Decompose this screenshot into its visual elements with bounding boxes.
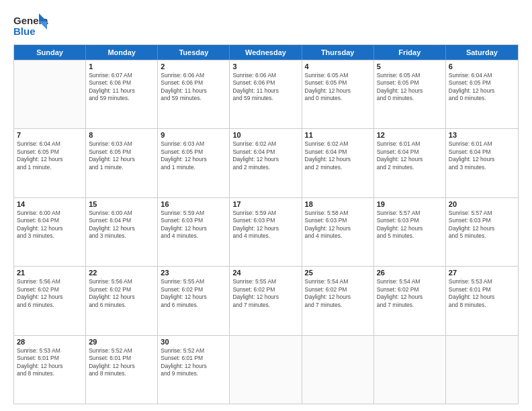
- day-number: 25: [305, 269, 371, 277]
- day-cell-14: 14Sunrise: 6:00 AMSunset: 6:04 PMDayligh…: [14, 198, 86, 266]
- day-number: 13: [449, 131, 515, 139]
- day-info: Sunrise: 5:53 AMSunset: 6:01 PMDaylight:…: [17, 347, 83, 378]
- day-cell-22: 22Sunrise: 5:56 AMSunset: 6:02 PMDayligh…: [86, 267, 158, 334]
- day-info: Sunrise: 6:00 AMSunset: 6:04 PMDaylight:…: [89, 210, 154, 240]
- week-row-0: 1Sunrise: 6:07 AMSunset: 6:06 PMDaylight…: [14, 60, 518, 128]
- empty-cell-4-5: [374, 336, 446, 404]
- calendar-body: 1Sunrise: 6:07 AMSunset: 6:06 PMDaylight…: [14, 60, 518, 404]
- day-info: Sunrise: 5:56 AMSunset: 6:02 PMDaylight:…: [17, 278, 83, 309]
- day-number: 10: [232, 131, 298, 139]
- day-cell-3: 3Sunrise: 6:06 AMSunset: 6:06 PMDaylight…: [230, 60, 302, 128]
- day-cell-15: 15Sunrise: 6:00 AMSunset: 6:04 PMDayligh…: [86, 198, 158, 266]
- day-number: 27: [449, 269, 515, 277]
- day-cell-21: 21Sunrise: 5:56 AMSunset: 6:02 PMDayligh…: [14, 267, 86, 334]
- day-info: Sunrise: 5:55 AMSunset: 6:02 PMDaylight:…: [232, 278, 298, 309]
- week-row-3: 21Sunrise: 5:56 AMSunset: 6:02 PMDayligh…: [14, 266, 518, 334]
- day-cell-4: 4Sunrise: 6:05 AMSunset: 6:05 PMDaylight…: [302, 60, 374, 128]
- day-info: Sunrise: 5:53 AMSunset: 6:01 PMDaylight:…: [449, 278, 515, 309]
- logo: GeneralBlue: [13, 12, 48, 39]
- week-row-4: 28Sunrise: 5:53 AMSunset: 6:01 PMDayligh…: [14, 335, 518, 404]
- day-info: Sunrise: 6:06 AMSunset: 6:06 PMDaylight:…: [161, 72, 226, 103]
- day-cell-11: 11Sunrise: 6:02 AMSunset: 6:04 PMDayligh…: [302, 129, 374, 197]
- day-cell-13: 13Sunrise: 6:01 AMSunset: 6:04 PMDayligh…: [446, 129, 518, 197]
- header-day-monday: Monday: [86, 45, 158, 60]
- day-cell-8: 8Sunrise: 6:03 AMSunset: 6:05 PMDaylight…: [86, 129, 158, 197]
- day-number: 8: [89, 131, 154, 139]
- calendar: SundayMondayTuesdayWednesdayThursdayFrid…: [13, 44, 519, 404]
- day-info: Sunrise: 6:06 AMSunset: 6:06 PMDaylight:…: [232, 72, 298, 103]
- svg-text:Blue: Blue: [13, 26, 36, 37]
- day-number: 30: [161, 338, 226, 346]
- day-cell-30: 30Sunrise: 5:52 AMSunset: 6:01 PMDayligh…: [158, 336, 230, 404]
- day-number: 22: [89, 269, 154, 277]
- logo-svg: GeneralBlue: [13, 12, 48, 39]
- header-day-wednesday: Wednesday: [230, 45, 302, 60]
- day-cell-20: 20Sunrise: 5:57 AMSunset: 6:03 PMDayligh…: [446, 198, 518, 266]
- day-info: Sunrise: 5:56 AMSunset: 6:02 PMDaylight:…: [89, 278, 154, 309]
- day-info: Sunrise: 5:55 AMSunset: 6:02 PMDaylight:…: [161, 278, 226, 309]
- day-info: Sunrise: 5:59 AMSunset: 6:03 PMDaylight:…: [161, 210, 226, 240]
- day-number: 17: [232, 200, 298, 208]
- day-number: 20: [449, 200, 515, 208]
- day-cell-19: 19Sunrise: 5:57 AMSunset: 6:03 PMDayligh…: [374, 198, 446, 266]
- day-info: Sunrise: 6:04 AMSunset: 6:05 PMDaylight:…: [17, 140, 83, 171]
- day-info: Sunrise: 6:07 AMSunset: 6:06 PMDaylight:…: [89, 72, 154, 103]
- day-cell-6: 6Sunrise: 6:04 AMSunset: 6:05 PMDaylight…: [446, 60, 518, 128]
- day-number: 12: [377, 131, 443, 139]
- day-number: 4: [305, 62, 371, 71]
- empty-cell-4-3: [230, 336, 302, 404]
- day-number: 11: [305, 131, 371, 139]
- header-day-sunday: Sunday: [14, 45, 86, 60]
- day-info: Sunrise: 5:57 AMSunset: 6:03 PMDaylight:…: [449, 210, 515, 240]
- day-number: 5: [377, 62, 443, 71]
- day-cell-27: 27Sunrise: 5:53 AMSunset: 6:01 PMDayligh…: [446, 267, 518, 334]
- day-number: 23: [161, 269, 226, 277]
- day-number: 24: [232, 269, 298, 277]
- day-cell-17: 17Sunrise: 5:59 AMSunset: 6:03 PMDayligh…: [230, 198, 302, 266]
- day-info: Sunrise: 6:01 AMSunset: 6:04 PMDaylight:…: [449, 140, 515, 171]
- day-cell-16: 16Sunrise: 5:59 AMSunset: 6:03 PMDayligh…: [158, 198, 230, 266]
- day-cell-7: 7Sunrise: 6:04 AMSunset: 6:05 PMDaylight…: [14, 129, 86, 197]
- header: GeneralBlue: [13, 12, 519, 39]
- day-info: Sunrise: 6:03 AMSunset: 6:05 PMDaylight:…: [89, 140, 154, 171]
- day-cell-24: 24Sunrise: 5:55 AMSunset: 6:02 PMDayligh…: [230, 267, 302, 334]
- day-info: Sunrise: 6:00 AMSunset: 6:04 PMDaylight:…: [17, 210, 83, 240]
- day-number: 28: [17, 338, 83, 346]
- day-cell-10: 10Sunrise: 6:02 AMSunset: 6:04 PMDayligh…: [230, 129, 302, 197]
- day-cell-9: 9Sunrise: 6:03 AMSunset: 6:05 PMDaylight…: [158, 129, 230, 197]
- empty-cell-4-4: [302, 336, 374, 404]
- day-info: Sunrise: 6:05 AMSunset: 6:05 PMDaylight:…: [377, 72, 443, 103]
- week-row-1: 7Sunrise: 6:04 AMSunset: 6:05 PMDaylight…: [14, 128, 518, 197]
- empty-cell-4-6: [446, 336, 518, 404]
- day-cell-18: 18Sunrise: 5:58 AMSunset: 6:03 PMDayligh…: [302, 198, 374, 266]
- day-number: 18: [305, 200, 371, 208]
- day-number: 19: [377, 200, 443, 208]
- day-info: Sunrise: 5:52 AMSunset: 6:01 PMDaylight:…: [161, 347, 226, 378]
- empty-cell-0-0: [14, 60, 86, 128]
- day-number: 7: [17, 131, 83, 139]
- day-info: Sunrise: 6:05 AMSunset: 6:05 PMDaylight:…: [305, 72, 371, 103]
- day-cell-28: 28Sunrise: 5:53 AMSunset: 6:01 PMDayligh…: [14, 336, 86, 404]
- page: GeneralBlue SundayMondayTuesdayWednesday…: [0, 0, 532, 411]
- day-number: 29: [89, 338, 154, 346]
- day-number: 15: [89, 200, 154, 208]
- day-info: Sunrise: 5:54 AMSunset: 6:02 PMDaylight:…: [305, 278, 371, 309]
- day-number: 16: [161, 200, 226, 208]
- header-day-tuesday: Tuesday: [158, 45, 230, 60]
- day-number: 2: [161, 62, 226, 71]
- day-cell-23: 23Sunrise: 5:55 AMSunset: 6:02 PMDayligh…: [158, 267, 230, 334]
- day-info: Sunrise: 5:58 AMSunset: 6:03 PMDaylight:…: [305, 210, 371, 240]
- day-number: 1: [89, 62, 154, 71]
- day-info: Sunrise: 6:02 AMSunset: 6:04 PMDaylight:…: [305, 140, 371, 171]
- day-cell-2: 2Sunrise: 6:06 AMSunset: 6:06 PMDaylight…: [158, 60, 230, 128]
- header-day-saturday: Saturday: [446, 45, 518, 60]
- header-day-thursday: Thursday: [302, 45, 374, 60]
- day-number: 21: [17, 269, 83, 277]
- week-row-2: 14Sunrise: 6:00 AMSunset: 6:04 PMDayligh…: [14, 197, 518, 266]
- day-info: Sunrise: 6:04 AMSunset: 6:05 PMDaylight:…: [449, 72, 515, 103]
- day-info: Sunrise: 6:02 AMSunset: 6:04 PMDaylight:…: [232, 140, 298, 171]
- day-number: 3: [232, 62, 298, 71]
- day-cell-25: 25Sunrise: 5:54 AMSunset: 6:02 PMDayligh…: [302, 267, 374, 334]
- day-cell-12: 12Sunrise: 6:01 AMSunset: 6:04 PMDayligh…: [374, 129, 446, 197]
- day-number: 6: [449, 62, 515, 71]
